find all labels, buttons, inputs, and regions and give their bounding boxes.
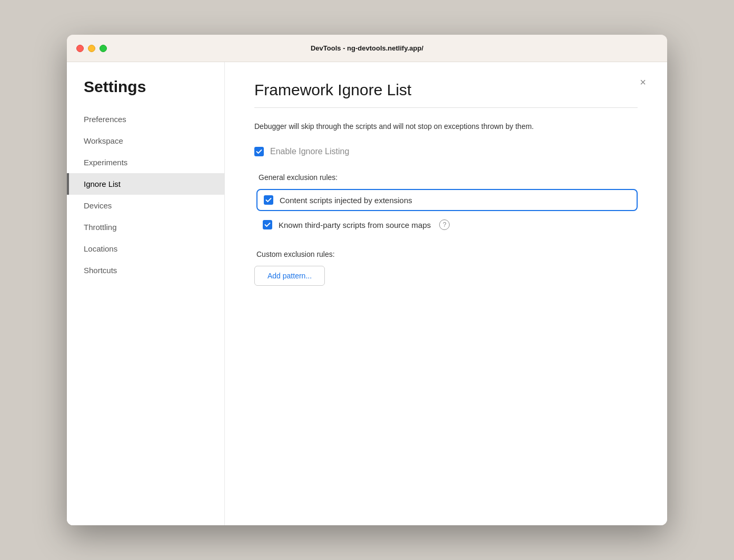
titlebar: DevTools - ng-devtools.netlify.app/ [67, 35, 667, 62]
close-traffic-light[interactable] [76, 45, 84, 52]
sidebar-item-shortcuts[interactable]: Shortcuts [67, 259, 224, 281]
third-party-scripts-checkbox[interactable] [263, 220, 272, 229]
sidebar-item-devices[interactable]: Devices [67, 195, 224, 216]
sidebar-item-experiments[interactable]: Experiments [67, 152, 224, 173]
close-button[interactable]: × [640, 77, 646, 87]
content-scripts-label: Content scripts injected by extensions [280, 196, 412, 205]
rule-content-scripts-row: Content scripts injected by extensions [256, 189, 638, 211]
sidebar-heading: Settings [67, 78, 224, 108]
general-exclusion-rules: General exclusion rules: Content scripts… [256, 173, 638, 235]
window-body: Settings Preferences Workspace Experimen… [67, 62, 667, 525]
content-scripts-checkbox[interactable] [264, 195, 273, 205]
enable-ignore-listing-row: Enable Ignore Listing [254, 147, 638, 156]
add-pattern-button[interactable]: Add pattern... [254, 266, 325, 286]
title-divider [254, 107, 638, 108]
sidebar: Settings Preferences Workspace Experimen… [67, 62, 225, 525]
sidebar-item-preferences[interactable]: Preferences [67, 108, 224, 130]
window-title: DevTools - ng-devtools.netlify.app/ [311, 44, 423, 52]
main-content: × Framework Ignore List Debugger will sk… [225, 62, 667, 525]
page-description: Debugger will skip through the scripts a… [254, 121, 612, 132]
rule-third-party-row: Known third-party scripts from source ma… [256, 214, 638, 235]
enable-ignore-listing-checkbox[interactable] [254, 147, 264, 156]
custom-exclusion-section: Custom exclusion rules: Add pattern... [254, 250, 638, 286]
maximize-traffic-light[interactable] [100, 45, 107, 52]
minimize-traffic-light[interactable] [88, 45, 95, 52]
sidebar-item-workspace[interactable]: Workspace [67, 130, 224, 152]
third-party-help-icon[interactable]: ? [439, 219, 450, 230]
traffic-lights [76, 45, 107, 52]
custom-section-label: Custom exclusion rules: [254, 250, 638, 258]
general-section-label: General exclusion rules: [256, 173, 638, 182]
sidebar-item-throttling[interactable]: Throttling [67, 216, 224, 238]
sidebar-item-ignore-list[interactable]: Ignore List [67, 173, 224, 195]
third-party-scripts-label: Known third-party scripts from source ma… [279, 221, 431, 229]
sidebar-item-locations[interactable]: Locations [67, 238, 224, 259]
devtools-window: DevTools - ng-devtools.netlify.app/ Sett… [67, 35, 667, 525]
sidebar-nav: Preferences Workspace Experiments Ignore… [67, 108, 224, 281]
page-title: Framework Ignore List [254, 81, 638, 99]
enable-ignore-listing-label: Enable Ignore Listing [270, 147, 349, 156]
